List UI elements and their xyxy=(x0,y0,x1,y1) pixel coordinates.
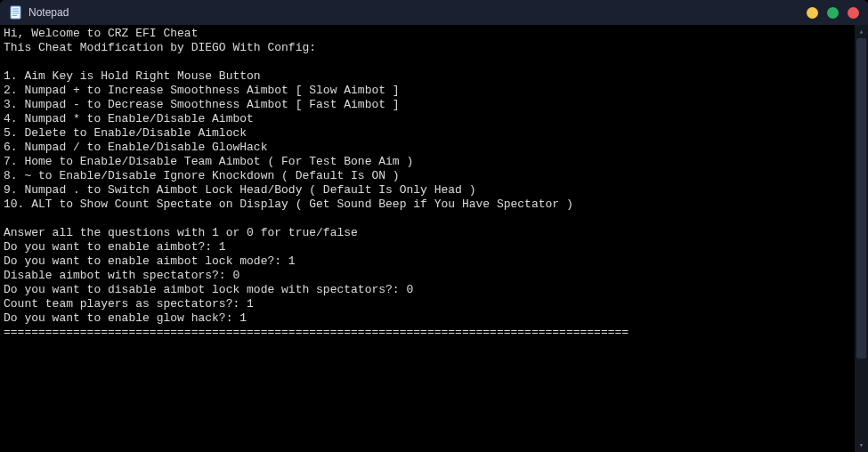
minimize-button[interactable] xyxy=(807,7,818,19)
maximize-button[interactable] xyxy=(827,7,839,19)
window-controls xyxy=(807,7,859,19)
notepad-window: Notepad Hi, Welcome to CRZ EFI Cheat Thi… xyxy=(0,0,868,452)
client-area: Hi, Welcome to CRZ EFI Cheat This Cheat … xyxy=(0,25,868,452)
scroll-down-arrow-icon[interactable]: ▾ xyxy=(855,439,868,452)
close-button[interactable] xyxy=(848,7,859,19)
notepad-icon xyxy=(9,5,23,20)
vertical-scrollbar[interactable]: ▴ ▾ xyxy=(855,25,868,452)
text-editor[interactable]: Hi, Welcome to CRZ EFI Cheat This Cheat … xyxy=(0,25,855,452)
scroll-thumb[interactable] xyxy=(856,38,866,359)
window-title: Notepad xyxy=(28,6,69,19)
svg-rect-0 xyxy=(11,6,20,19)
titlebar[interactable]: Notepad xyxy=(0,0,868,25)
scroll-track[interactable] xyxy=(855,38,868,439)
scroll-up-arrow-icon[interactable]: ▴ xyxy=(855,25,868,38)
